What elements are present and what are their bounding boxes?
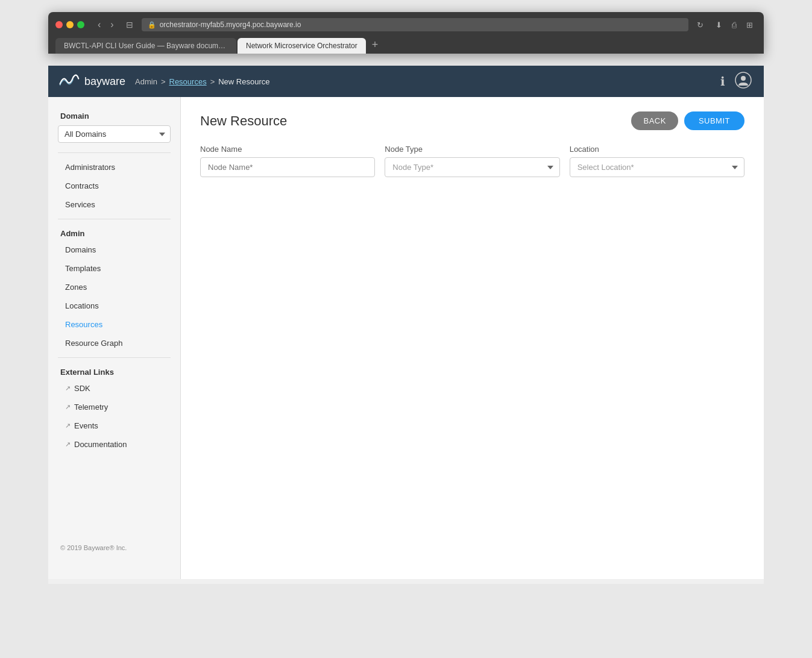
- divider-3: [58, 357, 171, 358]
- tab-1[interactable]: BWCTL-API CLI User Guide — Bayware docum…: [55, 38, 236, 54]
- logo-svg: [58, 73, 80, 90]
- info-button[interactable]: ℹ: [718, 72, 728, 91]
- domain-section-title: Domain: [48, 107, 180, 123]
- location-select-wrapper: Select Location*: [570, 157, 744, 177]
- sidebar-item-contracts[interactable]: Contracts: [48, 177, 180, 195]
- documentation-label: Documentation: [74, 440, 127, 449]
- page-header: New Resource BACK SUBMIT: [200, 111, 744, 130]
- location-label: Location: [570, 145, 744, 154]
- sidebar-item-telemetry[interactable]: ↗ Telemetry: [48, 398, 180, 416]
- domain-select[interactable]: All Domains: [58, 125, 171, 143]
- tiles-button[interactable]: ⊞: [743, 19, 757, 31]
- back-nav-button[interactable]: ‹: [94, 18, 104, 31]
- sidebar-item-resources[interactable]: Resources: [48, 315, 180, 334]
- back-button[interactable]: BACK: [631, 111, 678, 130]
- sidebar-item-events[interactable]: ↗ Events: [48, 416, 180, 435]
- divider-2: [58, 219, 171, 219]
- external-links-section: External Links ↗ SDK ↗ Telemetry ↗ Event…: [48, 363, 180, 454]
- footer-text: © 2019 Bayware® Inc.: [48, 534, 139, 561]
- external-link-icon-telemetry: ↗: [65, 403, 71, 411]
- app-container: bayware Admin > Resources > New Resource…: [48, 66, 764, 584]
- administrators-label: Administrators: [65, 163, 115, 172]
- window-controls: [55, 21, 84, 28]
- reload-button[interactable]: ↻: [693, 19, 707, 31]
- breadcrumb: Admin > Resources > New Resource: [135, 77, 269, 86]
- main-content: New Resource BACK SUBMIT Node Name Node …: [181, 97, 764, 579]
- form-row: Node Name Node Type Node Type* Location: [200, 145, 744, 177]
- external-links-title: External Links: [48, 363, 180, 379]
- node-type-group: Node Type Node Type*: [385, 145, 559, 177]
- telemetry-label: Telemetry: [74, 403, 108, 412]
- minimize-dot[interactable]: [66, 21, 74, 28]
- sidebar-item-documentation[interactable]: ↗ Documentation: [48, 435, 180, 454]
- sidebar-item-templates[interactable]: Templates: [48, 259, 180, 278]
- breadcrumb-sep-1: >: [161, 77, 166, 86]
- locations-label: Locations: [65, 301, 99, 310]
- divider-1: [58, 152, 171, 153]
- zones-label: Zones: [65, 283, 87, 292]
- top-nav-section: Administrators Contracts Services: [48, 158, 180, 214]
- location-select[interactable]: Select Location*: [570, 157, 744, 177]
- sidebar-item-resource-graph[interactable]: Resource Graph: [48, 334, 180, 352]
- address-bar[interactable]: 🔒 orchestrator-myfab5.myorg4.poc.bayware…: [142, 18, 688, 31]
- tab-2[interactable]: Network Microservice Orchestrator: [238, 38, 366, 54]
- top-nav: bayware Admin > Resources > New Resource…: [48, 66, 764, 97]
- node-type-label: Node Type: [385, 145, 559, 154]
- user-button[interactable]: [732, 69, 754, 94]
- external-link-icon-sdk: ↗: [65, 384, 71, 392]
- node-name-label: Node Name: [200, 145, 375, 154]
- maximize-dot[interactable]: [77, 21, 84, 28]
- header-actions: BACK SUBMIT: [631, 111, 744, 130]
- close-dot[interactable]: [55, 21, 63, 28]
- breadcrumb-resources-link[interactable]: Resources: [169, 77, 207, 86]
- events-label: Events: [74, 421, 98, 430]
- logo-text: bayware: [84, 75, 125, 88]
- download-button[interactable]: ⬇: [712, 19, 726, 31]
- breadcrumb-admin: Admin: [135, 77, 157, 86]
- sidebar-item-locations[interactable]: Locations: [48, 296, 180, 315]
- sdk-label: SDK: [74, 384, 90, 393]
- submit-button[interactable]: SUBMIT: [684, 111, 744, 130]
- page-title: New Resource: [200, 113, 287, 129]
- external-link-icon-events: ↗: [65, 422, 71, 430]
- resources-label: Resources: [65, 320, 102, 329]
- resource-graph-label: Resource Graph: [65, 339, 122, 348]
- node-type-select[interactable]: Node Type*: [385, 157, 559, 177]
- contracts-label: Contracts: [65, 181, 99, 190]
- domains-label: Domains: [65, 245, 96, 254]
- services-label: Services: [65, 200, 95, 209]
- lock-icon: 🔒: [148, 21, 156, 29]
- layout-button[interactable]: ⊟: [122, 19, 137, 31]
- node-name-group: Node Name: [200, 145, 375, 177]
- breadcrumb-current: New Resource: [218, 77, 269, 86]
- breadcrumb-sep-2: >: [210, 77, 215, 86]
- external-link-icon-docs: ↗: [65, 440, 71, 448]
- admin-section: Admin Domains Templates Zones Locations …: [48, 224, 180, 352]
- share-button[interactable]: ⎙: [728, 19, 740, 31]
- sidebar-item-zones[interactable]: Zones: [48, 278, 180, 296]
- location-group: Location Select Location*: [570, 145, 744, 177]
- admin-section-title: Admin: [48, 224, 180, 240]
- sidebar-item-services[interactable]: Services: [48, 195, 180, 214]
- url-text: orchestrator-myfab5.myorg4.poc.bayware.i…: [160, 20, 301, 29]
- templates-label: Templates: [65, 264, 101, 273]
- forward-nav-button[interactable]: ›: [107, 18, 117, 31]
- sidebar-item-domains[interactable]: Domains: [48, 240, 180, 259]
- node-name-input[interactable]: [200, 157, 375, 177]
- logo: bayware: [58, 73, 125, 90]
- browser-window: ‹ › ⊟ 🔒 orchestrator-myfab5.myorg4.poc.b…: [48, 12, 764, 54]
- svg-point-1: [741, 76, 746, 81]
- sidebar: Domain All Domains Administrators Contra…: [48, 97, 181, 579]
- sidebar-item-administrators[interactable]: Administrators: [48, 158, 180, 177]
- new-tab-button[interactable]: +: [367, 36, 383, 54]
- sidebar-item-sdk[interactable]: ↗ SDK: [48, 379, 180, 398]
- node-type-select-wrapper: Node Type*: [385, 157, 559, 177]
